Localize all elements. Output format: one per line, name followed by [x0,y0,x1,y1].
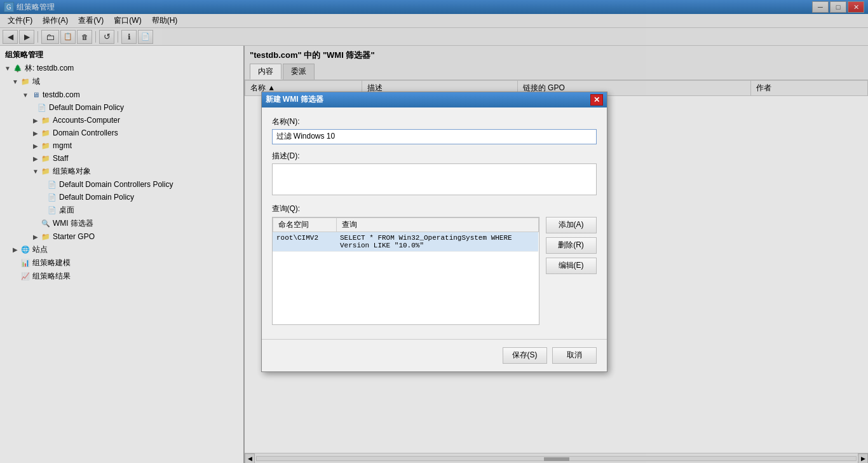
modal-overlay: 新建 WMI 筛选器 ✕ 名称(N): 描述(D): 查询(Q): [0,0,868,463]
edit-query-button[interactable]: 编辑(E) [546,258,597,274]
query-col-query: 查询 [336,218,538,232]
desc-label: 描述(D): [272,151,597,162]
query-col-namespace: 命名空间 [273,218,336,232]
desc-textarea[interactable] [272,163,597,195]
query-section: 查询(Q): 命名空间 查询 ro [272,204,597,325]
modal-titlebar: 新建 WMI 筛选器 ✕ [262,92,607,107]
name-input[interactable] [272,129,597,144]
name-group: 名称(N): [272,116,597,144]
query-btn-group: 添加(A) 删除(R) 编辑(E) [546,217,597,325]
cancel-button[interactable]: 取消 [552,347,597,364]
query-table-wrapper: 命名空间 查询 root\CIMV2 SELECT * FROM Win32_O… [272,217,539,325]
query-row-namespace: root\CIMV2 [273,232,336,251]
add-query-button[interactable]: 添加(A) [546,217,597,233]
query-label: 查询(Q): [272,204,597,214]
delete-query-button[interactable]: 删除(R) [546,237,597,254]
save-button[interactable]: 保存(S) [503,347,547,364]
query-container: 命名空间 查询 root\CIMV2 SELECT * FROM Win32_O… [272,217,597,325]
desc-group: 描述(D): [272,151,597,197]
modal-title: 新建 WMI 筛选器 [266,94,323,105]
query-table-row[interactable]: root\CIMV2 SELECT * FROM Win32_Operating… [273,232,538,251]
modal-dialog: 新建 WMI 筛选器 ✕ 名称(N): 描述(D): 查询(Q): [261,92,607,372]
query-table: 命名空间 查询 root\CIMV2 SELECT * FROM Win32_O… [273,218,539,252]
query-row-query: SELECT * FROM Win32_OperatingSystem WHER… [336,232,538,251]
modal-close-button[interactable]: ✕ [590,94,603,106]
modal-footer: 保存(S) 取消 [262,339,607,371]
modal-body: 名称(N): 描述(D): 查询(Q): 命名空间 查询 [262,107,607,334]
name-label: 名称(N): [272,116,597,127]
